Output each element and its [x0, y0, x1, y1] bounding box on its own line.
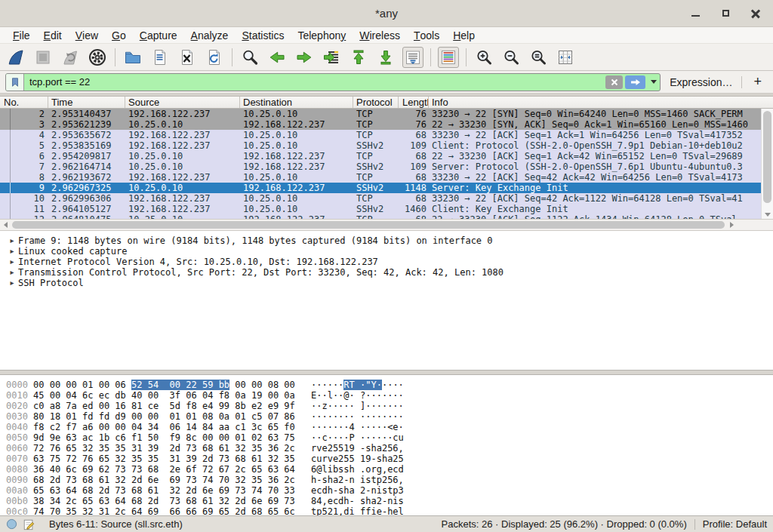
hex-row[interactable]: 003080 18 01 fd fd d9 00 00 01 01 08 0a …: [6, 411, 773, 422]
expression-button[interactable]: Expression…: [666, 76, 736, 88]
cell-time: 2.962193672: [48, 172, 125, 183]
hex-row[interactable]: 0040f8 c2 f7 a6 00 00 04 34 06 14 84 aa …: [6, 422, 773, 432]
cell-no: 12: [0, 214, 48, 219]
hex-row[interactable]: 008036 40 6c 69 62 73 73 68 2e 6f 72 67 …: [6, 464, 773, 475]
menu-item-telephony[interactable]: Telephony: [291, 27, 353, 43]
zoom-reset-button[interactable]: [528, 47, 549, 68]
close-capture-file-button[interactable]: [177, 47, 198, 68]
find-packet-button[interactable]: [239, 47, 260, 68]
expander-triangle-icon[interactable]: [6, 267, 18, 278]
packet-row[interactable]: 82.962193672192.168.122.23710.25.0.10TCP…: [0, 172, 773, 183]
column-header-time[interactable]: Time: [48, 97, 125, 108]
close-button[interactable]: [750, 8, 761, 19]
column-header-length[interactable]: Length: [399, 97, 429, 108]
hex-row[interactable]: 007063 75 72 76 65 32 35 35 31 39 2d 73 …: [6, 454, 773, 464]
hex-row[interactable]: 00509d 9e 63 ac 1b c6 f1 50 f9 8c 00 00 …: [6, 432, 773, 443]
reload-capture-file-button[interactable]: [204, 47, 225, 68]
open-capture-file-button[interactable]: [122, 47, 143, 68]
filter-bookmark-button[interactable]: [6, 74, 24, 91]
packet-list-hscrollbar[interactable]: [0, 219, 773, 231]
expander-triangle-icon[interactable]: [6, 278, 18, 288]
hscroll-left-button[interactable]: [0, 220, 11, 230]
column-header-protocol[interactable]: Protocol: [353, 97, 399, 108]
packet-row[interactable]: 92.96296732510.25.0.10192.168.122.237SSH…: [0, 183, 773, 193]
column-header-source[interactable]: Source: [125, 97, 240, 108]
vscroll-down-icon[interactable]: [765, 213, 771, 217]
colorize-packets-button[interactable]: [438, 47, 459, 68]
column-header-no[interactable]: No.: [0, 97, 48, 108]
detail-line[interactable]: Transmission Control Protocol, Src Port:…: [6, 267, 773, 278]
hex-row[interactable]: 00b038 34 2c 65 63 64 68 2d 73 68 61 32 …: [6, 496, 773, 506]
resize-columns-button[interactable]: [555, 47, 576, 68]
hscroll-right-button[interactable]: [726, 220, 737, 230]
column-header-info[interactable]: Info: [429, 97, 773, 108]
cell-dst: 192.168.122.237: [240, 214, 353, 219]
go-last-packet-button[interactable]: [375, 47, 396, 68]
menu-item-help[interactable]: Help: [446, 27, 482, 43]
zoom-in-button[interactable]: [473, 47, 494, 68]
arrow-left-icon: [4, 222, 8, 228]
menu-item-go[interactable]: Go: [105, 27, 133, 43]
pane-splitter[interactable]: [0, 370, 773, 375]
packet-row[interactable]: 112.964105127192.168.122.23710.25.0.10SS…: [0, 204, 773, 214]
auto-scroll-button[interactable]: [402, 47, 423, 68]
capture-comment-button[interactable]: [23, 518, 35, 530]
menu-item-capture[interactable]: Capture: [133, 27, 184, 43]
menu-item-edit[interactable]: Edit: [37, 27, 69, 43]
add-filter-button[interactable]: +: [747, 74, 768, 90]
expander-triangle-icon[interactable]: [6, 257, 18, 267]
packet-row[interactable]: 22.953140437192.168.122.23710.25.0.10TCP…: [0, 109, 773, 119]
filter-clear-button[interactable]: [605, 75, 623, 89]
go-forward-button[interactable]: [294, 47, 315, 68]
packet-list-vscrollbar[interactable]: [761, 109, 773, 219]
column-header-destination[interactable]: Destination: [240, 97, 353, 108]
hex-row[interactable]: 006072 76 65 32 35 35 31 39 2d 73 68 61 …: [6, 443, 773, 454]
packet-row[interactable]: 52.953835169192.168.122.23710.25.0.10SSH…: [0, 140, 773, 151]
menu-item-analyze[interactable]: Analyze: [184, 27, 236, 43]
cell-info: Client: Protocol (SSH-2.0-OpenSSH_7.9p1 …: [429, 140, 773, 151]
menu-item-view[interactable]: View: [69, 27, 105, 43]
menu-item-statistics[interactable]: Statistics: [235, 27, 291, 43]
detail-line[interactable]: Internet Protocol Version 4, Src: 10.25.…: [6, 257, 773, 267]
hex-row[interactable]: 0020c0 a8 7a ed 00 16 81 ce 5d f8 e4 99 …: [6, 401, 773, 411]
packet-row[interactable]: 32.95362123910.25.0.10192.168.122.237TCP…: [0, 119, 773, 130]
display-filter-input[interactable]: [24, 74, 605, 91]
packet-row[interactable]: 62.95420981710.25.0.10192.168.122.237TCP…: [0, 151, 773, 161]
menu-item-file[interactable]: File: [6, 27, 37, 43]
save-capture-file-button[interactable]: [149, 47, 171, 68]
hex-row[interactable]: 009068 2d 73 68 61 32 2d 6e 69 73 74 70 …: [6, 475, 773, 485]
filter-history-dropdown[interactable]: [648, 74, 660, 91]
filter-apply-button[interactable]: [625, 75, 645, 89]
title-bar[interactable]: *any: [0, 0, 773, 27]
packet-row[interactable]: 72.96216471410.25.0.10192.168.122.237SSH…: [0, 161, 773, 172]
hex-row[interactable]: 001045 00 04 6c ec db 40 00 3f 06 04 f8 …: [6, 390, 773, 401]
menu-item-tools[interactable]: Tools: [407, 27, 446, 43]
expander-triangle-icon[interactable]: [6, 235, 18, 246]
capture-options-button[interactable]: [87, 47, 108, 68]
go-first-packet-button[interactable]: [348, 47, 369, 68]
packet-row[interactable]: 122.96481047510.25.0.10192.168.122.237TC…: [0, 214, 773, 219]
hex-row[interactable]: 000000 00 00 01 00 06 52 54 00 22 59 bb …: [6, 380, 773, 390]
hscroll-thumb[interactable]: [12, 221, 725, 229]
hex-row[interactable]: 00c074 70 35 32 31 2c 64 69 66 66 69 65 …: [6, 506, 773, 515]
menu-item-wireless[interactable]: Wireless: [353, 27, 407, 43]
packet-row[interactable]: 42.953635672192.168.122.23710.25.0.10TCP…: [0, 130, 773, 140]
start-capture-button[interactable]: [5, 47, 26, 68]
cell-time: 2.953835169: [48, 140, 125, 151]
expander-triangle-icon[interactable]: [6, 246, 18, 257]
hex-row[interactable]: 00a065 63 64 68 2d 73 68 61 32 2d 6e 69 …: [6, 485, 773, 496]
cell-dst: 10.25.0.10: [240, 193, 353, 204]
packet-row[interactable]: 102.962996306192.168.122.23710.25.0.10TC…: [0, 193, 773, 204]
detail-line[interactable]: Linux cooked capture: [6, 246, 773, 257]
maximize-button[interactable]: [720, 8, 731, 19]
detail-line[interactable]: SSH Protocol: [6, 278, 773, 288]
minimize-button[interactable]: [690, 8, 701, 19]
magnifier-icon: [241, 48, 259, 66]
vscroll-thumb[interactable]: [763, 111, 771, 203]
expert-info-button[interactable]: [6, 518, 17, 530]
detail-line[interactable]: Frame 9: 1148 bytes on wire (9184 bits),…: [6, 235, 773, 246]
zoom-out-button[interactable]: [500, 47, 522, 68]
status-profile[interactable]: Profile: Default: [703, 518, 767, 530]
go-back-button[interactable]: [266, 47, 288, 68]
go-to-packet-button[interactable]: [321, 47, 342, 68]
